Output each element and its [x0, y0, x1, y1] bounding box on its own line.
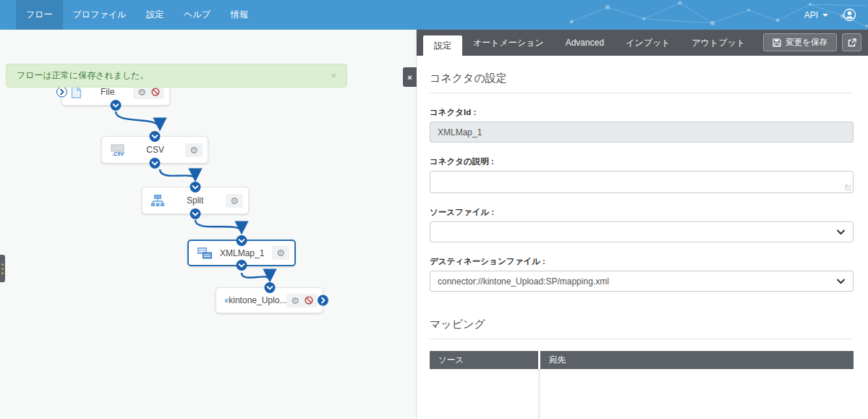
node-label: File: [82, 87, 133, 97]
output-port[interactable]: [237, 260, 247, 271]
connector-settings-panel: × 設定 オートメーション Advanced インプット アウトプット イベント…: [416, 30, 868, 419]
connector-description-label: コネクタの説明 :: [430, 156, 854, 167]
nav-item-flow[interactable]: フロー: [16, 0, 63, 30]
nav-item-info[interactable]: 情報: [221, 0, 258, 30]
source-file-select[interactable]: [430, 221, 854, 242]
palette-drag-handle[interactable]: [0, 255, 5, 282]
input-port[interactable]: [56, 87, 67, 98]
open-external-button[interactable]: [842, 33, 861, 51]
destination-file-value: connector://kintone_Upload:SP/mapping.xm…: [438, 276, 609, 287]
gear-icon[interactable]: ⚙: [190, 145, 198, 155]
mapping-table-header: ソース 宛先: [430, 351, 854, 369]
nav-item-help[interactable]: ヘルプ: [174, 0, 221, 30]
tab-input[interactable]: インプット: [615, 30, 681, 56]
input-port[interactable]: [237, 235, 247, 246]
node-controls: ⚙: [286, 294, 318, 308]
chevron-down-icon: [836, 279, 846, 284]
user-account-icon[interactable]: [843, 8, 856, 22]
split-icon: [151, 195, 164, 207]
input-port[interactable]: [150, 131, 161, 142]
csv-icon: .CSV: [111, 144, 125, 156]
resize-handle[interactable]: [845, 185, 851, 191]
svg-text:.CSV: .CSV: [112, 151, 125, 156]
chevron-down-icon: [822, 14, 828, 17]
success-notification: フローは正常に保存されました。 ×: [6, 64, 347, 88]
output-port[interactable]: [150, 158, 161, 169]
output-port[interactable]: [318, 295, 328, 306]
panel-body: コネクタの設定 コネクタId : XMLMap_1 コネクタの説明 : ソースフ…: [417, 56, 868, 419]
mapping-source-column-header: ソース: [430, 351, 538, 369]
notification-close-icon[interactable]: ×: [331, 70, 336, 81]
node-controls: ⚙: [185, 143, 203, 157]
mapping-title: マッピング: [430, 312, 854, 339]
destination-file-label: デスティネーションファイル :: [430, 256, 854, 267]
api-dropdown[interactable]: API: [804, 10, 828, 20]
connector-id-label: コネクタId :: [430, 107, 854, 118]
gear-icon[interactable]: ⚙: [276, 248, 285, 258]
save-changes-label: 変更を保存: [786, 37, 827, 48]
wire-split-to-xmlmap: [195, 220, 242, 232]
save-changes-button[interactable]: 変更を保存: [763, 33, 837, 51]
save-icon: [773, 38, 781, 47]
node-controls: ⚙: [226, 194, 243, 208]
nav-item-settings[interactable]: 設定: [136, 0, 174, 30]
connector-description-textarea[interactable]: [430, 171, 854, 193]
xmlmap-icon: [197, 247, 212, 259]
wire-file-to-csv: [116, 111, 160, 129]
wire-csv-to-split: [160, 169, 195, 179]
output-port[interactable]: [111, 100, 122, 111]
navbar-right-group: API: [804, 0, 856, 30]
nav-item-profile[interactable]: プロファイル: [63, 0, 137, 30]
tab-output[interactable]: アウトプット: [681, 30, 756, 56]
source-file-label: ソースファイル :: [430, 207, 854, 218]
tab-advanced[interactable]: Advanced: [555, 30, 615, 56]
top-navbar: フロー プロファイル 設定 ヘルプ 情報 API: [0, 0, 868, 30]
external-link-icon: [848, 38, 856, 47]
flow-node-xmlmap[interactable]: XMLMap_1 ⚙: [187, 240, 296, 266]
file-icon: [71, 86, 82, 98]
input-port[interactable]: [190, 182, 201, 192]
output-port[interactable]: [190, 208, 201, 219]
gear-icon[interactable]: ⚙: [137, 88, 146, 97]
node-label: XMLMap_1: [212, 248, 272, 258]
connector-settings-title: コネクタの設定: [430, 66, 854, 93]
disable-icon[interactable]: [305, 296, 313, 305]
api-dropdown-label: API: [804, 10, 818, 20]
disable-icon[interactable]: [151, 88, 160, 96]
wire-xmlmap-to-kintone: [242, 273, 270, 280]
node-controls: ⚙: [272, 246, 289, 260]
gear-icon[interactable]: ⚙: [291, 296, 299, 305]
flow-node-split[interactable]: Split ⚙: [142, 187, 249, 214]
node-label: CSV: [125, 145, 185, 155]
flow-canvas[interactable]: File ⚙ .CSV CSV ⚙: [0, 30, 416, 419]
node-label: Split: [164, 195, 226, 206]
mapping-column-splitter[interactable]: [538, 369, 540, 419]
panel-collapse-button[interactable]: ×: [403, 67, 417, 87]
connector-id-input: XMLMap_1: [430, 122, 854, 143]
mapping-dest-column-header: 宛先: [540, 351, 854, 369]
mapping-table-body[interactable]: [430, 369, 854, 419]
panel-tabbar: 設定 オートメーション Advanced インプット アウトプット イベント 変…: [417, 30, 868, 56]
input-port[interactable]: [264, 282, 275, 293]
notification-message: フローは正常に保存されました。: [17, 69, 149, 82]
app-window: フロー プロファイル 設定 ヘルプ 情報 API: [0, 0, 868, 419]
tab-automation[interactable]: オートメーション: [462, 30, 555, 56]
node-label: kintone_Uplo...: [229, 295, 286, 305]
chevron-down-icon: [836, 229, 846, 235]
gear-icon[interactable]: ⚙: [230, 196, 239, 206]
mapping-table: ソース 宛先: [430, 351, 854, 419]
flow-node-csv[interactable]: .CSV CSV ⚙: [101, 136, 208, 164]
flow-node-kintone[interactable]: kintone_Uplo... ⚙: [216, 287, 323, 313]
tab-settings[interactable]: 設定: [423, 35, 462, 56]
destination-file-select[interactable]: connector://kintone_Upload:SP/mapping.xm…: [430, 271, 854, 292]
